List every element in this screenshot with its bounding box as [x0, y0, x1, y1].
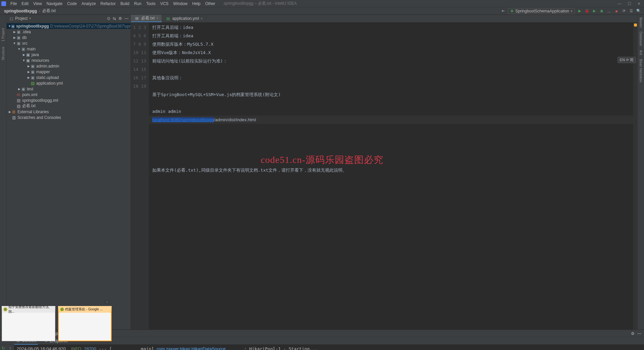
expand-icon[interactable]: ⇆: [113, 16, 116, 21]
language-badge[interactable]: EN ⟳ 简: [618, 57, 636, 63]
tree-scratches[interactable]: ▥Scratches and Consoles: [7, 115, 130, 120]
project-panel: ▢ Project ▼ ⊙ ⇆ ⚙ — ▼▣ springboot8xpgg D…: [7, 15, 131, 330]
tree-item[interactable]: ▶▣static.upload: [7, 75, 130, 80]
rerun-icon[interactable]: ↻: [2, 346, 5, 350]
tree-external-libs[interactable]: ▶⊞External Libraries: [7, 109, 130, 115]
breadcrumb-file[interactable]: 必看.txt: [41, 7, 57, 14]
menu-window[interactable]: Window: [171, 1, 190, 7]
menu-bar: File Edit View Navigate Code Analyze Ref…: [0, 0, 644, 7]
menu-other[interactable]: Other: [203, 1, 218, 7]
structure-icon[interactable]: ☰: [629, 8, 634, 14]
maven-tool-tab[interactable]: Maven: [639, 17, 643, 28]
update-icon[interactable]: ⟳: [621, 8, 627, 14]
tab-application-yml[interactable]: ▤ application.yml ×: [162, 15, 206, 22]
menu-code[interactable]: Code: [65, 1, 79, 7]
tree-item[interactable]: mpom.xml: [7, 92, 130, 97]
app-logo-icon: [1, 1, 6, 6]
run-side-toolbar2: ↑ ↓ ↩ ⤓ 🖶: [7, 345, 14, 350]
tree-root[interactable]: ▼▣ springboot8xpgg D:\releaseComp\24-07\…: [7, 23, 130, 29]
chrome-icon: [60, 307, 64, 311]
taskbar-thumb-chrome2[interactable]: 档案管理系统 - Google ...✕: [58, 306, 112, 341]
tab-close-icon[interactable]: ×: [201, 17, 203, 20]
gear-icon[interactable]: ⚙: [118, 16, 122, 21]
tree-item[interactable]: ▶▣java: [7, 52, 130, 57]
window-title: springboot8xpgg – 必看.txt - IntelliJ IDEA: [224, 1, 297, 6]
project-tool-tab[interactable]: 1 Project: [1, 28, 5, 41]
project-panel-header: ▢ Project ▼ ⊙ ⇆ ⚙ —: [7, 15, 130, 23]
menu-analyze[interactable]: Analyze: [79, 1, 98, 7]
chevron-down-icon: ▾: [571, 9, 573, 13]
taskbar-thumb-chrome1[interactable]: 知乎免费推荐最新翻墙方法,国...: [2, 306, 55, 341]
tree-item[interactable]: ▤springboot8xpgg.iml: [7, 97, 130, 103]
search-icon[interactable]: 🔍: [636, 8, 641, 14]
tree-item[interactable]: ▤必看.txt: [7, 103, 130, 109]
menu-file[interactable]: File: [8, 1, 19, 7]
attach-icon[interactable]: …: [606, 8, 612, 14]
breadcrumb-root[interactable]: springboot8xpgg: [3, 8, 38, 14]
thumb-close-icon[interactable]: ✕: [104, 300, 110, 304]
project-icon: ▢: [9, 16, 14, 21]
editor-gutter[interactable]: 1 2 3 4 5 6 7 8 9 10 11 12 13 14 15 16 1…: [131, 23, 149, 330]
left-tool-rail: 1 Project Structure Favorites: [0, 15, 7, 330]
collapse-icon[interactable]: —: [124, 16, 128, 21]
warn-mark-icon: [634, 24, 637, 27]
maximize-icon[interactable]: ☐: [628, 1, 631, 6]
coverage-button-icon[interactable]: ▶: [592, 8, 597, 14]
window-controls: — ☐ ✕: [618, 1, 641, 6]
tree-item[interactable]: ▶▣.idea: [7, 29, 130, 35]
back-icon[interactable]: ⇤: [500, 8, 506, 14]
menu-navigate[interactable]: Navigate: [44, 1, 65, 7]
run-gear-icon[interactable]: ⚙: [631, 331, 635, 336]
structure-tool-tab[interactable]: Structure: [1, 47, 5, 60]
up-icon[interactable]: ↑: [9, 346, 11, 350]
tree-item[interactable]: ▼▣resources: [7, 57, 130, 63]
tree-item[interactable]: ▶▣db: [7, 35, 130, 40]
run-config-selector[interactable]: ❖ SpringbootSchemaApplication ▾: [508, 8, 575, 14]
database-tool-tab[interactable]: Database: [639, 32, 643, 46]
menu-vcs[interactable]: VCS: [158, 1, 171, 7]
debug-button-icon[interactable]: 🐞: [584, 8, 590, 14]
menu-build[interactable]: Build: [118, 1, 132, 7]
taskbar-thumbnails: 知乎免费推荐最新翻墙方法,国... 档案管理系统 - Google ...✕: [2, 306, 112, 341]
tree-item[interactable]: ▼▣main: [7, 46, 130, 52]
console-output[interactable]: 2024-08-05 16:04:46.920 INFO 28700 --- […: [14, 345, 644, 350]
nav-bar: springboot8xpgg › 必看.txt ⇤ ❖ SpringbootS…: [0, 7, 644, 15]
run-side-toolbar: ↻ ■ ▶ 📷 ⎘ 🗑: [0, 345, 7, 350]
ant-tool-tab[interactable]: Ant: [639, 50, 643, 55]
editor-code[interactable]: 打开工具后端：idea打开工具前端：idea使用数据库版本：MySQL5.7.X…: [149, 23, 637, 330]
project-dropdown-icon[interactable]: ▼: [29, 17, 32, 20]
menu-edit[interactable]: Edit: [19, 1, 31, 7]
file-yml-icon: ▤: [165, 16, 171, 21]
run-collapse-icon[interactable]: —: [637, 331, 641, 336]
tab-bikantxt[interactable]: ▤ 必看.txt ×: [131, 15, 162, 22]
run-button-icon[interactable]: ▶: [577, 8, 582, 14]
tree-item[interactable]: ▼▣src: [7, 40, 130, 46]
minimize-icon[interactable]: —: [618, 1, 622, 6]
tree-item[interactable]: ▶▣mapper: [7, 69, 130, 75]
editor-tabs: ▤ 必看.txt × ▤ application.yml ×: [131, 15, 637, 23]
close-icon[interactable]: ✕: [637, 1, 641, 6]
editor-area: ▤ 必看.txt × ▤ application.yml × 1 2 3 4 5…: [131, 15, 637, 330]
project-tree[interactable]: ▼▣ springboot8xpgg D:\releaseComp\24-07\…: [7, 23, 130, 330]
editor-scrollbar[interactable]: [633, 23, 637, 330]
profile-button-icon[interactable]: ◉: [599, 8, 604, 14]
beanvalidation-tool-tab[interactable]: Bean Validation: [639, 59, 643, 82]
menu-help[interactable]: Help: [190, 1, 203, 7]
spring-leaf-icon: ❖: [510, 9, 514, 13]
menu-refactor[interactable]: Refactor: [98, 1, 118, 7]
tree-item[interactable]: ▶▣test: [7, 86, 130, 92]
tab-close-icon[interactable]: ×: [156, 16, 158, 20]
tree-item[interactable]: ▤application.yml: [7, 80, 130, 86]
menu-run[interactable]: Run: [132, 1, 144, 7]
stop-button-icon[interactable]: ■: [614, 8, 619, 14]
chrome-icon: [3, 307, 7, 311]
menu-view[interactable]: View: [31, 1, 44, 7]
menu-tools[interactable]: Tools: [144, 1, 158, 7]
locate-icon[interactable]: ⊙: [107, 16, 110, 21]
tree-item[interactable]: ▶▣admin.admin: [7, 63, 130, 69]
file-txt-icon: ▤: [134, 15, 140, 21]
project-label[interactable]: Project: [15, 16, 28, 21]
right-tool-rail: Maven Database Ant Bean Validation: [637, 15, 644, 330]
